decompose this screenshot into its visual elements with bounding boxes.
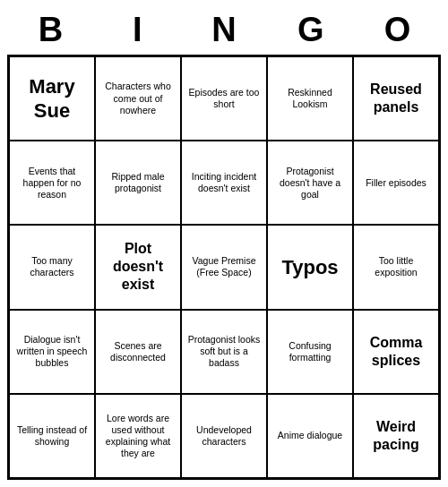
- bingo-cell-18: Confusing formatting: [267, 310, 353, 394]
- bingo-cell-24: Weird pacing: [353, 394, 439, 478]
- bingo-cell-21: Lore words are used without explaining w…: [95, 394, 181, 478]
- letter-g: G: [267, 11, 354, 49]
- bingo-grid: Mary SueCharacters who come out of nowhe…: [7, 55, 441, 480]
- bingo-cell-9: Filler episodes: [353, 141, 439, 225]
- letter-n: N: [181, 11, 268, 49]
- bingo-cell-23: Anime dialogue: [267, 394, 353, 478]
- bingo-cell-11: Plot doesn't exist: [95, 225, 181, 309]
- bingo-header: B I N G O: [7, 7, 441, 55]
- bingo-cell-1: Characters who come out of nowhere: [95, 56, 181, 141]
- bingo-cell-6: Ripped male protagonist: [95, 141, 181, 225]
- bingo-cell-12: Vague Premise (Free Space): [181, 225, 267, 309]
- bingo-cell-17: Protagonist looks soft but is a badass: [181, 310, 267, 394]
- bingo-cell-8: Protagonist doesn't have a goal: [267, 141, 353, 225]
- bingo-cell-15: Dialogue isn't written in speech bubbles: [9, 310, 95, 394]
- bingo-cell-22: Undeveloped characters: [181, 394, 267, 478]
- bingo-cell-14: Too little exposition: [353, 225, 439, 309]
- letter-o: O: [354, 11, 441, 49]
- bingo-cell-20: Telling instead of showing: [9, 394, 95, 478]
- bingo-cell-19: Comma splices: [353, 310, 439, 394]
- letter-i: I: [94, 11, 181, 49]
- bingo-cell-5: Events that happen for no reason: [9, 141, 95, 225]
- bingo-cell-0: Mary Sue: [9, 56, 95, 141]
- bingo-cell-2: Episodes are too short: [181, 56, 267, 141]
- bingo-cell-3: Reskinned Lookism: [267, 56, 353, 141]
- bingo-cell-16: Scenes are disconnected: [95, 310, 181, 394]
- bingo-cell-7: Inciting incident doesn't exist: [181, 141, 267, 225]
- bingo-cell-13: Typos: [267, 225, 353, 309]
- letter-b: B: [7, 11, 94, 49]
- bingo-cell-4: Reused panels: [353, 56, 439, 141]
- bingo-cell-10: Too many characters: [9, 225, 95, 309]
